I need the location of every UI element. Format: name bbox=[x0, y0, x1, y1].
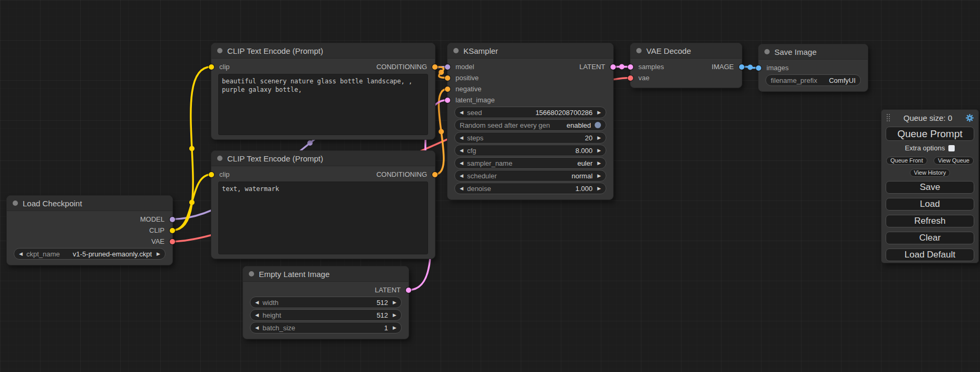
wire-midpoint-dot[interactable] bbox=[439, 129, 444, 135]
samples-input-port[interactable] bbox=[628, 64, 633, 70]
port-row: clip CONDITIONING bbox=[211, 169, 435, 180]
load-default-button[interactable]: Load Default bbox=[886, 249, 974, 261]
view-queue-button[interactable]: View Queue bbox=[934, 157, 974, 165]
collapse-dot-icon[interactable] bbox=[453, 48, 459, 53]
collapse-dot-icon[interactable] bbox=[13, 201, 18, 206]
decrement-icon[interactable]: ◀ bbox=[460, 136, 463, 140]
extra-options-checkbox[interactable] bbox=[948, 145, 955, 151]
model-output-port[interactable] bbox=[170, 217, 175, 222]
settings-gear-icon[interactable] bbox=[965, 113, 974, 122]
filename-prefix-widget[interactable]: filename_prefix ComfyUI bbox=[765, 74, 861, 86]
latent-image-input-port[interactable] bbox=[445, 98, 450, 103]
prev-value-icon[interactable]: ◀ bbox=[460, 174, 463, 178]
steps-widget[interactable]: ◀ steps 20 ▶ bbox=[454, 132, 606, 144]
clip-input-port[interactable] bbox=[209, 172, 214, 177]
decrement-icon[interactable]: ◀ bbox=[255, 326, 259, 330]
save-button[interactable]: Save bbox=[886, 181, 974, 194]
view-history-button[interactable]: View History bbox=[910, 169, 950, 177]
collapse-dot-icon[interactable] bbox=[249, 271, 254, 276]
node-vae-decode[interactable]: VAE Decode samples IMAGE vae bbox=[630, 43, 742, 88]
collapse-dot-icon[interactable] bbox=[636, 48, 642, 53]
increment-icon[interactable]: ▶ bbox=[597, 148, 601, 153]
image-output-port[interactable] bbox=[739, 64, 744, 70]
decrement-icon[interactable]: ◀ bbox=[460, 110, 463, 115]
negative-input-port[interactable] bbox=[445, 87, 450, 92]
cfg-widget[interactable]: ◀ cfg 8.000 ▶ bbox=[454, 145, 606, 156]
prev-value-icon[interactable]: ◀ bbox=[460, 161, 463, 166]
scheduler-widget[interactable]: ◀ scheduler normal ▶ bbox=[454, 170, 606, 182]
wire-clip[interactable] bbox=[172, 67, 211, 231]
seed-widget[interactable]: ◀ seed 156680208700286 ▶ bbox=[454, 107, 606, 118]
model-input-port[interactable] bbox=[445, 64, 450, 70]
prev-value-icon[interactable]: ◀ bbox=[19, 252, 23, 256]
wire-midpoint-dot[interactable] bbox=[748, 65, 753, 70]
clip-output-port[interactable] bbox=[170, 228, 175, 233]
conditioning-output-port[interactable] bbox=[432, 64, 438, 70]
decrement-icon[interactable]: ◀ bbox=[460, 148, 463, 153]
batch-size-widget[interactable]: ◀ batch_size 1 ▶ bbox=[250, 322, 402, 333]
widget-label: seed bbox=[467, 109, 482, 117]
node-clip-text-encode-positive[interactable]: CLIP Text Encode (Prompt) clip CONDITION… bbox=[211, 43, 435, 140]
negative-prompt-textarea[interactable]: text, watermark bbox=[218, 182, 428, 254]
refresh-button[interactable]: Refresh bbox=[886, 215, 974, 227]
node-ksampler[interactable]: KSampler model LATENT positive negative … bbox=[447, 43, 614, 200]
decrement-icon[interactable]: ◀ bbox=[255, 313, 259, 318]
output-label: VAE bbox=[151, 237, 164, 245]
vae-input-port[interactable] bbox=[628, 75, 633, 81]
output-row: LATENT bbox=[243, 284, 409, 295]
wire-midpoint-dot[interactable] bbox=[189, 146, 195, 151]
denoise-widget[interactable]: ◀ denoise 1.000 ▶ bbox=[454, 183, 606, 194]
height-widget[interactable]: ◀ height 512 ▶ bbox=[250, 309, 402, 321]
clear-button[interactable]: Clear bbox=[886, 232, 974, 244]
width-widget[interactable]: ◀ width 512 ▶ bbox=[250, 297, 402, 308]
queue-prompt-button[interactable]: Queue Prompt bbox=[886, 127, 974, 141]
wire-midpoint-dot[interactable] bbox=[439, 70, 444, 75]
decrement-icon[interactable]: ◀ bbox=[460, 186, 463, 191]
node-title-bar[interactable]: CLIP Text Encode (Prompt) bbox=[211, 151, 435, 166]
node-title-bar[interactable]: CLIP Text Encode (Prompt) bbox=[211, 43, 435, 59]
load-button[interactable]: Load bbox=[886, 198, 974, 211]
collapse-dot-icon[interactable] bbox=[217, 156, 222, 161]
node-clip-text-encode-negative[interactable]: CLIP Text Encode (Prompt) clip CONDITION… bbox=[211, 150, 435, 259]
increment-icon[interactable]: ▶ bbox=[393, 326, 396, 330]
clip-input-port[interactable] bbox=[209, 64, 214, 70]
next-value-icon[interactable]: ▶ bbox=[157, 252, 160, 256]
wire-clip[interactable] bbox=[172, 175, 211, 231]
node-empty-latent-image[interactable]: Empty Latent Image LATENT ◀ width 512 ▶ … bbox=[242, 266, 409, 339]
wire-midpoint-dot[interactable] bbox=[307, 140, 313, 146]
latent-output-port[interactable] bbox=[610, 64, 616, 70]
node-load-checkpoint[interactable]: Load Checkpoint MODEL CLIP VAE ◀ ckpt_na… bbox=[6, 195, 173, 265]
input-label: images bbox=[766, 64, 789, 72]
conditioning-output-port[interactable] bbox=[432, 172, 438, 177]
increment-icon[interactable]: ▶ bbox=[393, 313, 396, 318]
node-title-bar[interactable]: Save Image bbox=[759, 44, 868, 60]
sampler-name-widget[interactable]: ◀ sampler_name euler ▶ bbox=[454, 157, 606, 169]
queue-front-button[interactable]: Queue Front bbox=[886, 157, 927, 165]
widget-value: 156680208700286 bbox=[536, 109, 593, 117]
positive-prompt-textarea[interactable]: beautiful scenery nature glass bottle la… bbox=[218, 74, 428, 135]
node-title-bar[interactable]: KSampler bbox=[448, 43, 613, 59]
collapse-dot-icon[interactable] bbox=[764, 49, 770, 54]
node-save-image[interactable]: Save Image images filename_prefix ComfyU… bbox=[758, 44, 868, 92]
images-input-port[interactable] bbox=[756, 65, 761, 71]
node-title-bar[interactable]: VAE Decode bbox=[630, 43, 742, 59]
node-title-bar[interactable]: Load Checkpoint bbox=[7, 196, 172, 211]
node-title-bar[interactable]: Empty Latent Image bbox=[243, 266, 409, 282]
next-value-icon[interactable]: ▶ bbox=[597, 174, 601, 178]
latent-output-port[interactable] bbox=[406, 288, 411, 293]
increment-icon[interactable]: ▶ bbox=[597, 136, 601, 140]
ckpt-name-widget[interactable]: ◀ ckpt_name v1-5-pruned-emaonly.ckpt ▶ bbox=[14, 248, 166, 260]
increment-icon[interactable]: ▶ bbox=[393, 300, 396, 305]
next-value-icon[interactable]: ▶ bbox=[597, 161, 601, 166]
vae-output-port[interactable] bbox=[170, 239, 175, 244]
drag-handle-icon[interactable] bbox=[887, 114, 890, 122]
decrement-icon[interactable]: ◀ bbox=[255, 300, 259, 305]
wire-midpoint-dot[interactable] bbox=[619, 64, 625, 70]
positive-input-port[interactable] bbox=[445, 75, 450, 81]
increment-icon[interactable]: ▶ bbox=[597, 186, 601, 191]
increment-icon[interactable]: ▶ bbox=[597, 110, 601, 115]
collapse-dot-icon[interactable] bbox=[217, 48, 222, 53]
random-seed-toggle-widget[interactable]: Random seed after every gen enabled bbox=[454, 119, 606, 131]
wire-midpoint-dot[interactable] bbox=[189, 200, 195, 205]
toggle-dot-icon[interactable] bbox=[595, 122, 601, 128]
